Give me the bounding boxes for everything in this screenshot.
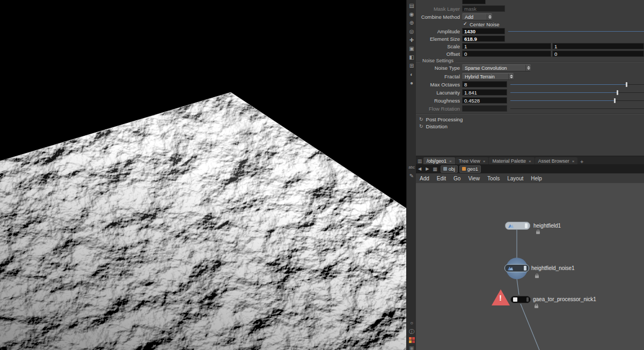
section-label: Post Processing: [426, 116, 463, 122]
tab-label: Tree View: [459, 158, 480, 164]
amplitude-slider[interactable]: [508, 31, 644, 32]
geo-node-icon: [462, 167, 466, 171]
display-icon[interactable]: ●: [407, 79, 416, 88]
param-label: Fractal: [416, 74, 460, 79]
path-segment-label: geo1: [467, 166, 478, 172]
circle-tool-icon[interactable]: ○: [407, 319, 416, 327]
param-row-amplitude: Amplitude 1430: [416, 28, 644, 35]
objects-icon[interactable]: ⊕: [407, 19, 416, 27]
node-heightfield-noise1[interactable]: [504, 264, 529, 272]
node-wires: [416, 183, 644, 350]
element-size-field[interactable]: 618.9: [462, 35, 505, 42]
offset-x-field[interactable]: 0: [462, 50, 551, 57]
grid-icon[interactable]: ⊞: [407, 62, 416, 70]
flow-rotation-field[interactable]: [462, 105, 507, 112]
distortion-section-header[interactable]: ↻ Distortion: [419, 123, 448, 129]
param-row-max-octaves: Max Octaves 8: [416, 81, 644, 88]
menu-view[interactable]: View: [464, 176, 484, 181]
slider-rest: [614, 100, 644, 101]
scene-viewport[interactable]: [0, 0, 406, 350]
tab-close-icon[interactable]: ×: [449, 159, 452, 164]
tab-close-icon[interactable]: ×: [572, 159, 575, 164]
path-segment-geo1[interactable]: geo1: [459, 165, 481, 173]
roughness-slider[interactable]: [510, 100, 614, 101]
houdini-window: ▤ ◉ ⊕ ◎ ✚ ▣ ◧ ⊞ ◐ ● abc ✎ ○ ⓘ ▣: [0, 0, 644, 350]
combine-method-dropdown[interactable]: Add: [462, 13, 492, 20]
obj-context-icon: [443, 167, 447, 171]
tab-close-icon[interactable]: ×: [483, 159, 486, 164]
error-exclamation: !: [499, 293, 502, 302]
center-noise-checkbox[interactable]: ✓: [463, 21, 467, 26]
tab-material-palette[interactable]: Material Palette ×: [489, 157, 534, 165]
partial-bottom-icon[interactable]: ▣: [407, 344, 416, 350]
node-flag[interactable]: [524, 266, 526, 271]
dropdown-value: Sparse Convolution: [462, 65, 525, 71]
lacunarity-field[interactable]: 1.841: [462, 89, 507, 96]
cameras-icon[interactable]: ✚: [407, 36, 416, 45]
post-processing-section-header[interactable]: ↻ Post Processing: [419, 116, 463, 122]
node-flag[interactable]: [526, 297, 529, 302]
param-row-combine-method: Combine Method Add: [416, 13, 644, 20]
lacunarity-slider[interactable]: [510, 92, 617, 93]
heightfield-node-icon: [508, 224, 514, 228]
offset-y-field[interactable]: 0: [552, 50, 644, 57]
pane-tab-bar: ▥ /obj/geo1 × Tree View × Material Palet…: [416, 156, 644, 165]
tab-close-icon[interactable]: ×: [529, 159, 531, 164]
slider-rest: [617, 92, 644, 93]
node-gaea-tor-processor-nick1[interactable]: [510, 296, 531, 303]
menu-edit[interactable]: Edit: [433, 176, 450, 181]
text-abc-icon[interactable]: abc: [407, 163, 416, 172]
roughness-field[interactable]: 0.4528: [462, 97, 507, 104]
snap-icon[interactable]: ◧: [407, 53, 416, 62]
tab-label: Material Palette: [492, 158, 526, 164]
tab-tree-view[interactable]: Tree View ×: [456, 157, 489, 165]
nav-back-icon[interactable]: ◀: [416, 166, 423, 171]
param-row-lacunarity: Lacunarity 1.841: [416, 89, 644, 96]
checkbox-label: Center Noise: [470, 21, 499, 27]
nav-forward-icon[interactable]: ▶: [423, 166, 431, 171]
tab-asset-browser[interactable]: Asset Browser ×: [535, 157, 578, 165]
menu-layout[interactable]: Layout: [503, 176, 527, 181]
view-layout-icon[interactable]: ▤: [407, 2, 416, 10]
menu-tools[interactable]: Tools: [484, 176, 503, 181]
max-octaves-field[interactable]: 8: [462, 81, 507, 88]
shading-icon[interactable]: ◐: [407, 70, 416, 79]
tab-obj-geo1[interactable]: /obj/geo1 ×: [423, 157, 455, 165]
amplitude-field[interactable]: 1430: [462, 28, 505, 34]
truncated-param-field[interactable]: [462, 0, 486, 4]
noise-type-dropdown[interactable]: Sparse Convolution: [462, 64, 531, 71]
scale-x-field[interactable]: 1: [462, 43, 551, 49]
network-editor[interactable]: heightfield1 heightfield_noise1 ! gaea_t…: [416, 183, 644, 350]
spinner-arrows-icon: [525, 65, 531, 71]
node-error-badge-icon[interactable]: !: [492, 289, 510, 305]
viewport-toolbar: ▤ ◉ ⊕ ◎ ✚ ▣ ◧ ⊞ ◐ ● abc ✎ ○ ⓘ ▣: [406, 0, 416, 350]
mask-layer-field[interactable]: mask: [462, 5, 505, 12]
palette-grid-icon[interactable]: [409, 337, 415, 343]
path-root-icon[interactable]: ▦: [431, 166, 439, 172]
max-octaves-slider-handle[interactable]: [626, 82, 627, 87]
dropdown-value: Hybrid Terrain: [462, 74, 508, 79]
node-heightfield1[interactable]: [505, 222, 530, 230]
menu-add[interactable]: Add: [416, 176, 433, 181]
lacunarity-slider-handle[interactable]: [617, 90, 618, 95]
pane-split-icon[interactable]: ▥: [416, 157, 423, 165]
param-label: Amplitude: [416, 28, 460, 34]
scale-y-field[interactable]: 1: [552, 43, 644, 49]
menu-go[interactable]: Go: [450, 176, 464, 181]
lights-icon[interactable]: ◎: [407, 27, 416, 36]
dropdown-value: Add: [462, 14, 487, 20]
param-label: Scale: [416, 43, 460, 49]
fractal-dropdown[interactable]: Hybrid Terrain: [462, 73, 514, 80]
node-label-heightfield-noise1: heightfield_noise1: [531, 265, 575, 271]
materials-icon[interactable]: ▣: [407, 45, 416, 53]
node-flag[interactable]: [525, 223, 528, 228]
path-segment-obj[interactable]: obj: [441, 165, 458, 173]
secure-selection-icon[interactable]: ◉: [407, 10, 416, 19]
info-icon[interactable]: ⓘ: [407, 327, 416, 336]
roughness-slider-handle[interactable]: [614, 98, 616, 103]
menu-help[interactable]: Help: [527, 176, 546, 181]
annotate-icon[interactable]: ✎: [407, 172, 416, 180]
path-segment-label: obj: [449, 166, 455, 172]
collapse-arrow-icon: ↻: [419, 123, 423, 129]
max-octaves-slider[interactable]: [510, 84, 626, 85]
